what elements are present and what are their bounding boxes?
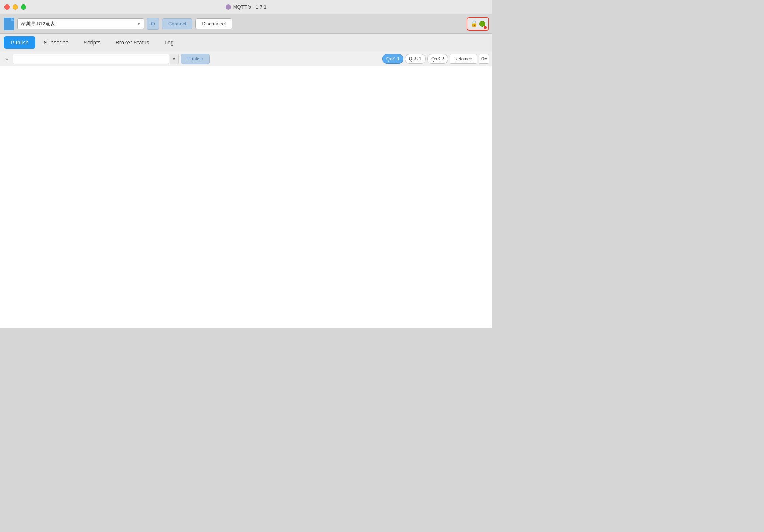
connect-button[interactable]: Connect	[162, 18, 192, 29]
qos1-button[interactable]: QoS 1	[405, 54, 426, 64]
expand-icon: »	[5, 56, 8, 62]
disconnect-button[interactable]: Disconnect	[195, 18, 232, 29]
lock-icon: 🔓	[470, 20, 478, 27]
qos2-button[interactable]: QoS 2	[427, 54, 448, 64]
retained-button[interactable]: Retained	[450, 54, 477, 64]
tab-scripts[interactable]: Scripts	[77, 36, 107, 49]
gear-icon: ⚙	[150, 20, 156, 27]
app-window: MQTT.fx - 1.7.1 深圳湾-B12电表 ▼ ⚙ Connect Di…	[0, 0, 492, 328]
window-title-area: MQTT.fx - 1.7.1	[226, 4, 267, 10]
minimize-button[interactable]	[13, 4, 18, 10]
topic-input[interactable]	[13, 54, 169, 64]
tab-log[interactable]: Log	[158, 36, 181, 49]
tab-subscribe[interactable]: Subscribe	[37, 36, 75, 49]
window-title: MQTT.fx - 1.7.1	[233, 4, 267, 10]
broker-dropdown-arrow: ▼	[137, 22, 141, 26]
notification-dot	[484, 26, 487, 29]
new-connection-icon[interactable]	[4, 18, 14, 30]
tabs-bar: Publish Subscribe Scripts Broker Status …	[0, 34, 492, 51]
app-icon	[226, 4, 231, 10]
maximize-button[interactable]	[21, 4, 26, 10]
qos-group: QoS 0 QoS 1 QoS 2 Retained ⚙▾	[382, 54, 489, 64]
window-controls	[4, 4, 26, 10]
toolbar-settings-icon: ⚙▾	[481, 56, 487, 62]
publish-toolbar: » ▼ Publish QoS 0 QoS 1 QoS 2 Retained ⚙…	[0, 51, 492, 66]
connection-status-area: 🔓	[467, 17, 489, 31]
qos0-button[interactable]: QoS 0	[382, 54, 403, 64]
close-button[interactable]	[4, 4, 10, 10]
publish-content-area	[0, 66, 492, 328]
toolbar-settings-button[interactable]: ⚙▾	[479, 54, 489, 64]
expand-button[interactable]: »	[3, 55, 10, 63]
connection-bar: 深圳湾-B12电表 ▼ ⚙ Connect Disconnect 🔓	[0, 14, 492, 34]
settings-button[interactable]: ⚙	[147, 18, 159, 30]
broker-dropdown[interactable]: 深圳湾-B12电表 ▼	[17, 18, 144, 29]
title-bar: MQTT.fx - 1.7.1	[0, 0, 492, 14]
topic-dropdown-arrow: ▼	[172, 57, 176, 61]
connection-status-dot	[479, 21, 485, 27]
publish-button[interactable]: Publish	[181, 54, 210, 64]
broker-name: 深圳湾-B12电表	[21, 21, 135, 27]
tab-publish[interactable]: Publish	[4, 36, 35, 49]
tab-broker-status[interactable]: Broker Status	[109, 36, 156, 49]
topic-dropdown-button[interactable]: ▼	[170, 54, 179, 64]
